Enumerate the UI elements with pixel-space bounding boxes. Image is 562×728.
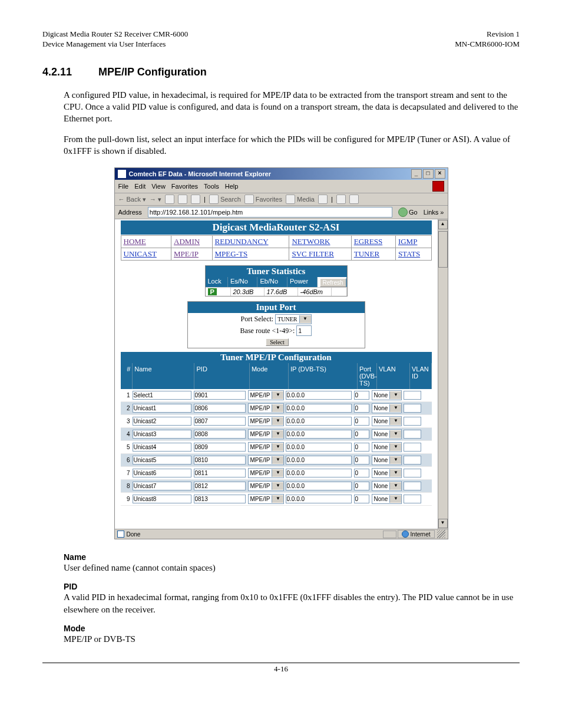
close-button[interactable]: × bbox=[435, 169, 445, 179]
vlanid-input[interactable] bbox=[404, 482, 421, 490]
nav-redundancy[interactable]: REDUNDANCY bbox=[212, 236, 289, 248]
links-label[interactable]: Links » bbox=[424, 209, 444, 216]
vlan-select[interactable]: None▼ bbox=[372, 403, 402, 413]
name-input[interactable] bbox=[133, 443, 191, 452]
pid-input[interactable] bbox=[194, 404, 246, 413]
restore-button[interactable]: □ bbox=[423, 169, 434, 179]
resize-grip-icon[interactable] bbox=[437, 530, 445, 538]
minimize-button[interactable]: _ bbox=[411, 169, 422, 179]
pid-input[interactable] bbox=[194, 495, 246, 503]
port-input[interactable] bbox=[354, 469, 369, 477]
vlanid-input[interactable] bbox=[404, 456, 421, 465]
vlanid-input[interactable] bbox=[404, 391, 421, 400]
nav-admin[interactable]: ADMIN bbox=[171, 236, 212, 248]
mode-select[interactable]: MPE/IP▼ bbox=[248, 494, 285, 504]
ip-input[interactable] bbox=[286, 443, 352, 452]
name-input[interactable] bbox=[133, 430, 191, 439]
mode-select[interactable]: MPE/IP▼ bbox=[248, 429, 285, 439]
history-icon[interactable] bbox=[318, 195, 328, 204]
nav-home[interactable]: HOME bbox=[121, 236, 171, 248]
scroll-up-icon[interactable]: ▲ bbox=[438, 220, 448, 229]
ip-input[interactable] bbox=[286, 469, 352, 477]
vlanid-input[interactable] bbox=[404, 404, 421, 413]
scroll-down-icon[interactable]: ▼ bbox=[438, 519, 448, 528]
mode-select[interactable]: MPE/IP▼ bbox=[248, 468, 285, 478]
nav-tuner[interactable]: TUNER bbox=[351, 248, 395, 261]
port-select[interactable]: TUNER▼ bbox=[275, 314, 311, 324]
vlanid-input[interactable] bbox=[404, 495, 421, 503]
vlan-select[interactable]: None▼ bbox=[372, 468, 402, 478]
favorites-button[interactable]: Favorites bbox=[244, 195, 282, 204]
port-input[interactable] bbox=[354, 495, 369, 503]
pid-input[interactable] bbox=[194, 443, 246, 452]
refresh-icon[interactable] bbox=[178, 195, 187, 204]
vlanid-input[interactable] bbox=[404, 417, 421, 426]
name-input[interactable] bbox=[133, 417, 191, 426]
ip-input[interactable] bbox=[286, 417, 352, 426]
scrollbar[interactable]: ▲ ▼ bbox=[438, 219, 448, 529]
nav-mpeip[interactable]: MPE/IP bbox=[171, 248, 212, 261]
print-icon[interactable] bbox=[349, 195, 359, 204]
select-button[interactable]: Select bbox=[266, 338, 288, 346]
pid-input[interactable] bbox=[194, 469, 246, 477]
port-input[interactable] bbox=[354, 391, 369, 400]
base-route-input[interactable] bbox=[296, 325, 312, 336]
nav-igmp[interactable]: IGMP bbox=[395, 236, 431, 248]
menu-help[interactable]: Help bbox=[225, 183, 239, 190]
port-input[interactable] bbox=[354, 417, 369, 426]
back-button[interactable]: ← Back ▾ bbox=[118, 196, 146, 203]
nav-unicast[interactable]: UNICAST bbox=[121, 248, 171, 261]
go-button[interactable]: Go bbox=[398, 207, 418, 217]
port-input[interactable] bbox=[354, 443, 369, 452]
vlan-select[interactable]: None▼ bbox=[372, 416, 402, 426]
mode-select[interactable]: MPE/IP▼ bbox=[248, 442, 285, 452]
port-input[interactable] bbox=[354, 430, 369, 439]
name-input[interactable] bbox=[133, 391, 191, 400]
mail-icon[interactable] bbox=[336, 195, 346, 204]
vlan-select[interactable]: None▼ bbox=[372, 390, 402, 400]
search-button[interactable]: Search bbox=[209, 195, 241, 204]
nav-stats[interactable]: STATS bbox=[395, 248, 431, 261]
pid-input[interactable] bbox=[194, 391, 246, 400]
vlanid-input[interactable] bbox=[404, 430, 421, 439]
menu-tools[interactable]: Tools bbox=[204, 183, 219, 190]
name-input[interactable] bbox=[133, 404, 191, 413]
vlanid-input[interactable] bbox=[404, 469, 421, 477]
home-icon[interactable] bbox=[191, 195, 200, 204]
ip-input[interactable] bbox=[286, 482, 352, 490]
mode-select[interactable]: MPE/IP▼ bbox=[248, 481, 285, 491]
ip-input[interactable] bbox=[286, 391, 352, 400]
ip-input[interactable] bbox=[286, 456, 352, 465]
address-input[interactable] bbox=[148, 207, 392, 218]
ip-input[interactable] bbox=[286, 404, 352, 413]
mode-select[interactable]: MPE/IP▼ bbox=[248, 416, 285, 426]
vlan-select[interactable]: None▼ bbox=[372, 442, 402, 452]
name-input[interactable] bbox=[133, 482, 191, 490]
pid-input[interactable] bbox=[194, 482, 246, 490]
menu-file[interactable]: File bbox=[118, 183, 129, 190]
mode-select[interactable]: MPE/IP▼ bbox=[248, 403, 285, 413]
mode-select[interactable]: MPE/IP▼ bbox=[248, 455, 285, 465]
refresh-button[interactable]: Refresh bbox=[320, 278, 346, 287]
menu-view[interactable]: View bbox=[151, 183, 166, 190]
port-input[interactable] bbox=[354, 404, 369, 413]
vlan-select[interactable]: None▼ bbox=[372, 429, 402, 439]
forward-button[interactable]: → ▾ bbox=[150, 196, 161, 203]
nav-mpegts[interactable]: MPEG-TS bbox=[212, 248, 289, 261]
pid-input[interactable] bbox=[194, 417, 246, 426]
nav-network[interactable]: NETWORK bbox=[289, 236, 351, 248]
vlan-select[interactable]: None▼ bbox=[372, 455, 402, 465]
ip-input[interactable] bbox=[286, 430, 352, 439]
vlan-select[interactable]: None▼ bbox=[372, 481, 402, 491]
menu-favorites[interactable]: Favorites bbox=[171, 183, 198, 190]
port-input[interactable] bbox=[354, 482, 369, 490]
pid-input[interactable] bbox=[194, 456, 246, 465]
stop-icon[interactable] bbox=[165, 195, 174, 204]
mode-select[interactable]: MPE/IP▼ bbox=[248, 390, 285, 400]
pid-input[interactable] bbox=[194, 430, 246, 439]
nav-egress[interactable]: EGRESS bbox=[351, 236, 395, 248]
nav-svcfilter[interactable]: SVC FILTER bbox=[289, 248, 351, 261]
name-input[interactable] bbox=[133, 456, 191, 465]
name-input[interactable] bbox=[133, 469, 191, 477]
vlan-select[interactable]: None▼ bbox=[372, 494, 402, 504]
